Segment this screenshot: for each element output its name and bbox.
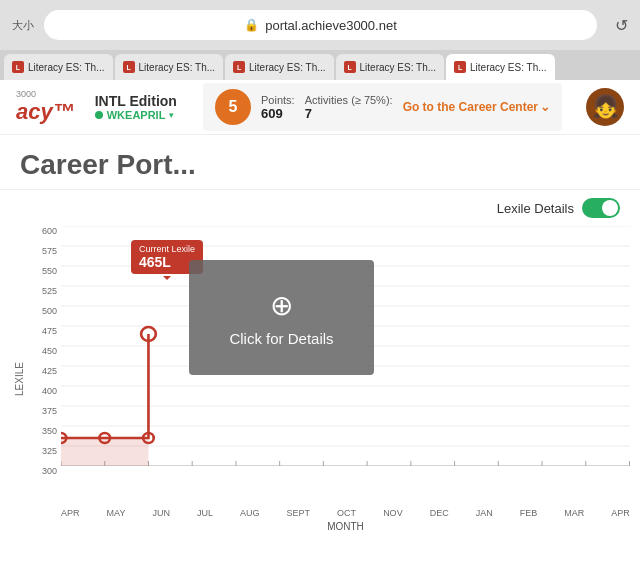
y-axis-label: LEXILE: [10, 226, 29, 532]
activities-label: Activities (≥ 75%):: [305, 94, 393, 106]
tab-1[interactable]: L Literacy ES: Th...: [4, 54, 113, 80]
tab-label-2: Literacy ES: Th...: [139, 62, 216, 73]
page-title-bar: Career Port...: [0, 135, 640, 190]
brand-area: 3000 acy™: [16, 90, 75, 124]
edition-area: INTL Edition WKEAPRIL ▾: [95, 93, 177, 121]
font-size-label: 大小: [12, 18, 34, 33]
toggle-knob: [602, 200, 618, 216]
points-circle: 5: [215, 89, 251, 125]
green-dot-icon: [95, 111, 103, 119]
tab-3[interactable]: L Literacy ES: Th...: [225, 54, 334, 80]
chart-area: LEXILE 600 575 550 525 500 475 450 425 4…: [0, 226, 640, 532]
lexile-label: Lexile Details: [497, 201, 574, 216]
avatar-area[interactable]: 👧: [586, 88, 624, 126]
edition-sub: WKEAPRIL: [107, 109, 166, 121]
tab-label-1: Literacy ES: Th...: [28, 62, 105, 73]
tab-favicon-2: L: [123, 61, 135, 73]
tab-favicon-1: L: [12, 61, 24, 73]
avatar: 👧: [586, 88, 624, 126]
activities-info: Activities (≥ 75%): 7: [305, 94, 393, 121]
tooltip-value: 465L: [139, 254, 195, 270]
click-details-text: Click for Details: [229, 330, 333, 347]
tab-2[interactable]: L Literacy ES: Th...: [115, 54, 224, 80]
avatar-face-icon: 👧: [592, 94, 619, 120]
lock-icon: 🔒: [244, 18, 259, 32]
tab-favicon-3: L: [233, 61, 245, 73]
edition-title: INTL Edition: [95, 93, 177, 109]
career-center-text: Go to the Career Center: [403, 100, 538, 114]
month-label: MONTH: [61, 521, 630, 532]
chart-inner: 600 575 550 525 500 475 450 425 400 375 …: [29, 226, 630, 532]
zoom-icon: ⊕: [270, 289, 293, 322]
tab-label-3: Literacy ES: Th...: [249, 62, 326, 73]
lexile-toggle[interactable]: [582, 198, 620, 218]
chart-container: LEXILE 600 575 550 525 500 475 450 425 4…: [10, 226, 630, 532]
page-content: 3000 acy™ INTL Edition WKEAPRIL ▾ 5 Poin…: [0, 80, 640, 584]
brand-large: acy™: [16, 100, 75, 124]
career-center-arrow-icon: ⌄: [540, 100, 550, 114]
tabs-bar: L Literacy ES: Th... L Literacy ES: Th..…: [0, 50, 640, 80]
y-ticks: 600 575 550 525 500 475 450 425 400 375 …: [29, 226, 61, 476]
points-info: Points: 609: [261, 94, 295, 121]
career-center-link[interactable]: Go to the Career Center ⌄: [403, 100, 550, 114]
reload-button[interactable]: ↺: [615, 16, 628, 35]
tab-label-5: Literacy ES: Th...: [470, 62, 547, 73]
url-text: portal.achieve3000.net: [265, 18, 397, 33]
tab-4[interactable]: L Literacy ES: Th...: [336, 54, 445, 80]
page-title: Career Port...: [20, 149, 196, 180]
points-value: 609: [261, 106, 295, 121]
activities-value: 7: [305, 106, 393, 121]
lexile-row: Lexile Details: [0, 190, 640, 226]
chart-plot[interactable]: Current Lexile 465L ⊕ Click for Details: [61, 226, 630, 506]
tooltip-title: Current Lexile: [139, 244, 195, 254]
tab-favicon-4: L: [344, 61, 356, 73]
click-details-overlay[interactable]: ⊕ Click for Details: [189, 260, 374, 375]
chevron-down-icon[interactable]: ▾: [169, 110, 174, 120]
address-bar[interactable]: 🔒 portal.achieve3000.net: [44, 10, 597, 40]
svg-marker-27: [61, 334, 148, 466]
points-label: Points:: [261, 94, 295, 106]
points-section: 5 Points: 609 Activities (≥ 75%): 7 Go t…: [203, 83, 562, 131]
x-axis-labels: APR MAY JUN JUL AUG SEPT OCT NOV DEC JAN…: [61, 506, 630, 518]
tab-label-4: Literacy ES: Th...: [360, 62, 437, 73]
tab-favicon-5: L: [454, 61, 466, 73]
tab-5[interactable]: L Literacy ES: Th...: [446, 54, 555, 80]
browser-bar: 大小 🔒 portal.achieve3000.net ↺: [0, 0, 640, 50]
top-nav: 3000 acy™ INTL Edition WKEAPRIL ▾ 5 Poin…: [0, 80, 640, 135]
edition-badge: WKEAPRIL ▾: [95, 109, 177, 121]
